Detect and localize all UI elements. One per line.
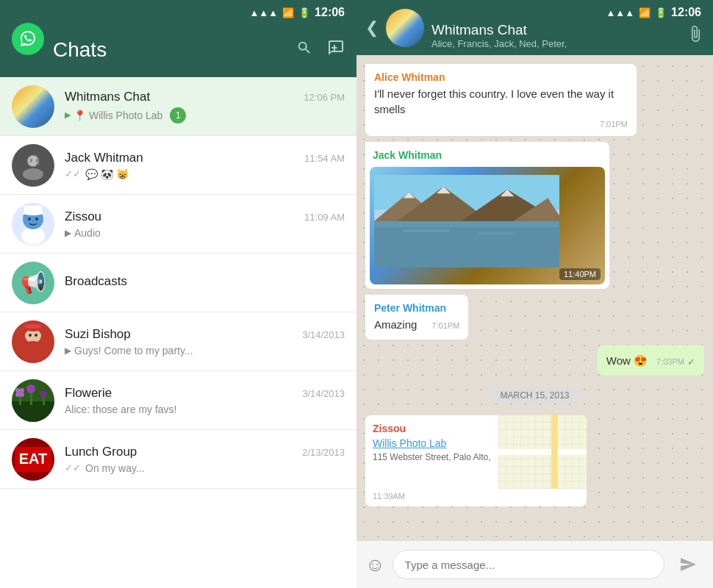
preview-text-suzi: Guys! Come to my party... (74, 345, 193, 356)
avatar-jack (12, 144, 54, 187)
message-jack: Jack Whitman (365, 142, 609, 289)
right-signal-icon: ▲▲▲ (606, 7, 634, 18)
emoji-bubble: 💬 (85, 168, 98, 180)
signal-icon: ▲▲▲ (249, 7, 278, 18)
location-info: Zissou Willis Photo Lab 115 Webster Stre… (365, 415, 498, 489)
new-chat-icon[interactable] (327, 39, 345, 61)
header-icons (296, 39, 345, 61)
chat-name-zissou: Zissou (65, 209, 101, 224)
svg-point-14 (28, 218, 31, 220)
location-time: 11:39AM (365, 489, 587, 506)
right-header-info: Whitmans Chat Alice, Francis, Jack, Ned,… (431, 22, 679, 49)
location-map: 📍 (498, 415, 587, 489)
location-icon: 📍 (74, 110, 86, 121)
tick-marks-jack: ✓✓ (65, 168, 81, 179)
chat-content-zissou: Zissou 11:09 AM ▶ Audio (65, 209, 345, 239)
location-sender: Zissou (373, 423, 491, 434)
chat-preview-whitmans: ▶ 📍 Willis Photo Lab 1 (65, 107, 345, 123)
play-icon-whitmans: ▶ (65, 110, 71, 120)
chat-top-broadcasts: Broadcasts (65, 274, 345, 289)
input-area: ☺ (356, 540, 713, 588)
msg-time-jack: 11:40PM (559, 268, 601, 280)
chat-name-lunch: Lunch Group (65, 445, 137, 459)
chat-content-broadcasts: Broadcasts (65, 274, 345, 292)
tick-marks-lunch: ✓✓ (65, 462, 81, 473)
chats-title: Chats (53, 38, 287, 62)
chat-item-whitmans[interactable]: Whitmans Chat 12:06 PM ▶ 📍 Willis Photo … (0, 77, 356, 136)
svg-point-9 (21, 227, 45, 245)
svg-point-24 (35, 334, 37, 337)
send-button[interactable] (672, 548, 704, 581)
chat-time-suzi: 3/14/2013 (302, 329, 345, 340)
emoji-button[interactable]: ☺ (365, 553, 385, 576)
svg-point-35 (15, 392, 20, 397)
chat-item-zissou[interactable]: Zissou 11:09 AM ▶ Audio (0, 195, 356, 254)
chat-item-flowerie[interactable]: Flowerie 3/14/2013 Alice: those are my f… (0, 371, 356, 430)
svg-point-32 (40, 390, 47, 398)
message-peter: Peter Whitman Amazing 7:01PM (365, 295, 468, 340)
chat-item-jack[interactable]: Jack Whitman 11:54 AM ✓✓ 💬 🐼 😸 (0, 136, 356, 195)
msg-time-peter: 7:01PM (431, 321, 459, 330)
audio-play-icon: ▶ (65, 228, 71, 238)
svg-point-33 (15, 388, 20, 392)
chat-time-lunch: 2/13/2013 (302, 447, 345, 458)
chat-top-jack: Jack Whitman 11:54 AM (65, 151, 345, 165)
avatar-broadcasts: 📢 (12, 262, 54, 304)
chat-item-suzi[interactable]: Suzi Bishop 3/14/2013 ▶ Guys! Come to my… (0, 312, 356, 371)
chat-item-lunch[interactable]: EAT Lunch Group 2/13/2013 ✓✓ On my way..… (0, 430, 356, 489)
avatar-suzi (12, 320, 54, 363)
emoji-cat: 😸 (116, 168, 129, 180)
attach-icon[interactable] (687, 25, 704, 47)
chat-item-broadcasts[interactable]: 📢 Broadcasts (0, 254, 356, 312)
right-battery-icon: 🔋 (655, 7, 667, 18)
message-input[interactable] (393, 550, 664, 579)
svg-rect-4 (30, 159, 32, 162)
preview-text-zissou: Audio (74, 227, 101, 239)
svg-point-23 (29, 334, 32, 337)
whatsapp-logo (12, 23, 44, 55)
msg-text-wow: Wow 😍 (606, 353, 648, 368)
svg-rect-5 (36, 159, 38, 162)
svg-point-34 (20, 388, 24, 392)
msg-sender-alice: Alice Whitman (374, 71, 628, 83)
location-place-name: Willis Photo Lab (373, 437, 491, 449)
msg-text-peter: Amazing (374, 317, 417, 332)
chat-time-flowerie: 3/14/2013 (302, 388, 345, 399)
group-avatar (386, 9, 424, 47)
chat-preview-lunch: ✓✓ On my way... (65, 462, 345, 474)
msg-image-jack: 11:40PM (370, 167, 605, 284)
badge-whitmans: 1 (170, 107, 186, 123)
date-divider: MARCH 15, 2013 (365, 387, 704, 404)
svg-point-22 (24, 324, 42, 329)
chat-top-zissou: Zissou 11:09 AM (65, 209, 345, 224)
message-alice: Alice Whitman I'll never forget this cou… (365, 64, 637, 136)
chat-name-suzi: Suzi Bishop (65, 327, 131, 342)
svg-point-15 (35, 218, 38, 220)
chat-top-flowerie: Flowerie 3/14/2013 (65, 386, 345, 401)
chat-content-whitmans: Whitmans Chat 12:06 PM ▶ 📍 Willis Photo … (65, 90, 345, 123)
left-time: 12:06 (315, 6, 345, 19)
status-bar-left: ▲▲▲ 📶 🔋 12:06 (249, 6, 345, 19)
messages-area: Alice Whitman I'll never forget this cou… (356, 55, 713, 540)
status-bar-right: ▲▲▲ 📶 🔋 12:06 (606, 6, 701, 19)
svg-text:EAT: EAT (19, 451, 48, 467)
svg-point-13 (23, 211, 43, 215)
chat-content-jack: Jack Whitman 11:54 AM ✓✓ 💬 🐼 😸 (65, 151, 345, 180)
svg-point-31 (26, 384, 35, 393)
chat-name-jack: Jack Whitman (65, 151, 143, 165)
chat-preview-jack: ✓✓ 💬 🐼 😸 (65, 168, 345, 180)
avatar-whitmans (12, 85, 54, 128)
svg-rect-51 (403, 230, 449, 232)
search-icon[interactable] (296, 40, 312, 60)
check-icon: ✓ (687, 356, 695, 368)
battery-icon: 🔋 (298, 7, 310, 18)
right-panel: ▲▲▲ 📶 🔋 12:06 ❮ Whitmans Chat Alice, Fra… (356, 0, 713, 588)
msg-text-alice: I'll never forget this country. I love e… (374, 86, 628, 117)
chat-name-whitmans: Whitmans Chat (65, 90, 150, 104)
chat-time-jack: 11:54 AM (304, 153, 345, 164)
chat-top-lunch: Lunch Group 2/13/2013 (65, 445, 345, 459)
back-button[interactable]: ❮ (365, 18, 379, 37)
chat-time-whitmans: 12:06 PM (304, 92, 345, 103)
avatar-flowerie (12, 379, 54, 422)
svg-rect-26 (12, 401, 54, 422)
